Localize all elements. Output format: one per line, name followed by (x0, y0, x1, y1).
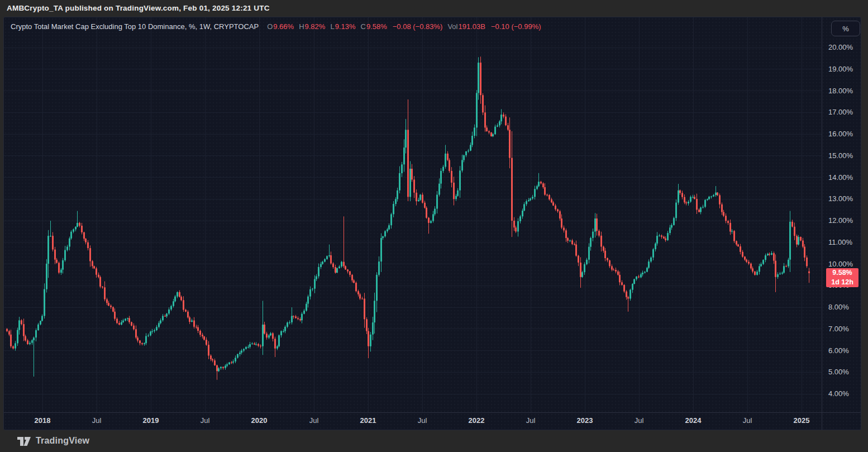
candle-body (92, 261, 93, 267)
candle-body (476, 93, 478, 127)
candle-body (110, 306, 112, 307)
candle-body (775, 261, 776, 277)
candle-body (180, 297, 182, 300)
candle-body (679, 191, 681, 193)
candle-body (486, 127, 488, 131)
candle-body (141, 343, 143, 344)
candle-body (615, 270, 617, 272)
candle-body (638, 277, 640, 277)
candle-body (89, 248, 91, 261)
candle-body (426, 208, 427, 218)
percent-scale-button[interactable]: % (831, 21, 860, 36)
candle-body (725, 216, 727, 221)
candle-body (604, 251, 606, 258)
time-axis-year-label: 2020 (241, 416, 277, 425)
time-axis-month-label: Jul (187, 416, 223, 425)
candle-body (199, 331, 201, 335)
candle-body (702, 207, 704, 207)
candle-body (295, 316, 297, 318)
candle-body (451, 171, 452, 183)
candle-body (318, 267, 319, 277)
candle-body (262, 325, 264, 346)
candle-body (231, 363, 232, 363)
candle-body (202, 335, 203, 336)
candle-body (287, 322, 288, 327)
candle-body (12, 346, 14, 349)
candle-body (218, 368, 220, 371)
candle-body (264, 325, 265, 334)
candle-body (173, 301, 174, 306)
candle-body (648, 261, 650, 268)
candle-body (116, 319, 118, 323)
candle-body (561, 218, 562, 227)
candle-body (729, 223, 731, 232)
candle-body (596, 218, 598, 231)
candle-body (280, 331, 282, 336)
tradingview-logo[interactable]: TradingView (17, 435, 89, 446)
candle-body (511, 158, 513, 221)
candle-body (278, 335, 280, 346)
candle-body (771, 253, 772, 255)
candle-body (509, 130, 511, 158)
bar-countdown: 1d 12h (826, 278, 859, 287)
candle-body (789, 222, 791, 260)
candle-body (629, 290, 631, 299)
candle-body (145, 336, 147, 344)
price-axis-label: 5.00% (828, 368, 860, 376)
candle-body (81, 226, 83, 232)
candle-body (704, 200, 706, 207)
candle-body (480, 63, 481, 95)
candle-body (470, 145, 471, 150)
candle-body (297, 318, 299, 319)
candle-body (559, 211, 561, 218)
candle-body (214, 360, 216, 365)
candle-body (150, 332, 151, 336)
candle-body (424, 203, 426, 208)
candle-body (563, 228, 565, 231)
candle-body (463, 155, 465, 160)
candle-body (359, 294, 361, 299)
candle-body (50, 236, 51, 236)
candle-body (316, 277, 317, 279)
ohlc-close-label: C (361, 22, 366, 31)
price-axis-label: 7.00% (828, 325, 860, 333)
candle-body (667, 233, 669, 240)
volume-value: 191.03B (458, 22, 485, 31)
candle-body (655, 244, 656, 249)
candle-body (225, 366, 226, 368)
candle-body (125, 319, 126, 321)
price-axis-label: 13.00% (828, 194, 860, 203)
candle-body (203, 336, 205, 340)
candle-body (210, 356, 212, 360)
price-axis-label: 18.00% (828, 87, 860, 95)
candle-body (388, 225, 390, 229)
candle-body (449, 160, 450, 171)
symbol-title: Crypto Total Market Cap Excluding Top 10… (11, 22, 259, 31)
candle-body (393, 204, 394, 214)
candle-body (326, 256, 328, 259)
candle-body (603, 247, 604, 251)
candle-body (594, 218, 596, 232)
candle-body (453, 183, 455, 199)
candle-body (251, 344, 253, 344)
time-axis-month-label: Jul (404, 416, 440, 425)
candle-body (87, 242, 89, 248)
candle-body (23, 324, 25, 336)
last-price-value: 9.58% (826, 268, 859, 278)
time-axis-year-label: 2021 (350, 416, 386, 425)
candle-body (652, 249, 654, 258)
candle-body (347, 269, 349, 271)
candle-body (222, 367, 224, 368)
price-axis-label: 15.00% (828, 151, 860, 160)
candle-body (717, 193, 718, 196)
candlestick-plot[interactable] (4, 17, 861, 430)
candle-body (106, 299, 108, 303)
candle-body (484, 112, 486, 127)
candle-body (289, 322, 290, 323)
candle-body (769, 254, 770, 255)
candle-body (488, 131, 490, 132)
candle-body (64, 250, 66, 260)
candle-body (783, 266, 785, 273)
candle-body (422, 195, 423, 203)
candle-body (162, 316, 164, 321)
